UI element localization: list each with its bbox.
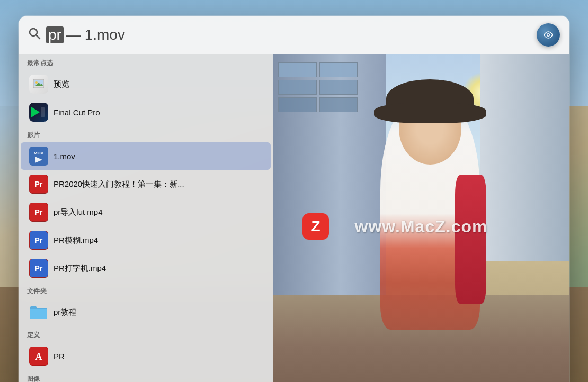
pr-blur-svg: Pr — [30, 231, 48, 249]
search-svg — [28, 27, 41, 40]
pr2020-icon: Pr — [29, 175, 48, 194]
photo-building-right — [480, 54, 569, 261]
results-panel: 最常点选 预览 Final Cut Pro — [19, 54, 273, 382]
search-highlight: pr — [46, 26, 64, 43]
photo-windows — [273, 54, 363, 120]
result-pr2020-label: PR2020快速入门教程！第一集：新... — [54, 179, 184, 189]
svg-text:Pr: Pr — [35, 264, 43, 272]
result-pr2020[interactable]: Pr PR2020快速入门教程！第一集：新... — [21, 170, 271, 198]
preview-panel: Z www.MacZ.com — [273, 54, 569, 382]
section-header-definitions: 定义 — [19, 326, 273, 342]
pr-lut-svg: Pr — [30, 203, 48, 221]
result-preview[interactable]: 预览 — [21, 70, 271, 98]
result-preview-label: 预览 — [54, 79, 69, 89]
section-header-movies: 影片 — [19, 126, 273, 142]
pr-lut-graphic: Pr — [29, 203, 48, 222]
svg-point-3 — [548, 34, 549, 36]
svg-text:Pr: Pr — [35, 236, 43, 244]
preview-app-icon — [29, 75, 48, 94]
spotlight-main-content: 最常点选 预览 Final Cut Pro — [19, 54, 569, 382]
result-1mov[interactable]: MOV 1.mov — [21, 142, 271, 170]
preview-svg-icon — [32, 78, 45, 90]
search-bar: pr — 1.mov — [19, 16, 569, 54]
spotlight-window: pr — 1.mov 最常点选 — [19, 16, 569, 382]
svg-text:Pr: Pr — [35, 208, 43, 216]
finalcutpro-icon — [29, 103, 48, 122]
svg-text:Pr: Pr — [35, 180, 43, 188]
svg-point-6 — [35, 81, 38, 84]
result-pr-blur[interactable]: Pr PR模糊.mp4 — [21, 226, 271, 254]
dict-svg: A — [30, 347, 48, 365]
svg-text:MOV: MOV — [34, 151, 44, 156]
pr-blur-icon: Pr — [29, 231, 48, 250]
section-header-images: 图像 — [19, 370, 273, 382]
section-header-folders: 文件夹 — [19, 283, 273, 298]
result-pr-typing[interactable]: Pr PR打字机.mp4 — [21, 254, 271, 282]
result-pr-tutorial[interactable]: pr教程 — [21, 298, 271, 326]
svg-rect-8 — [30, 147, 48, 165]
dict-icon: A — [29, 347, 48, 366]
watermark-z-badge: Z — [302, 213, 329, 240]
svg-text:A: A — [35, 351, 42, 362]
search-icon — [28, 27, 41, 43]
pr-lut-icon: Pr — [29, 203, 48, 222]
mov-icon: MOV — [29, 147, 48, 166]
quicklook-icon — [542, 29, 554, 41]
mov-file-graphic: MOV — [29, 147, 48, 166]
section-header-most-used: 最常点选 — [19, 54, 273, 70]
pr2020-graphic: Pr — [29, 175, 48, 194]
result-1mov-label: 1.mov — [54, 152, 75, 161]
pr-typing-svg: Pr — [30, 259, 48, 277]
result-pr-typing-label: PR打字机.mp4 — [54, 263, 106, 274]
pr-blur-graphic: Pr — [29, 231, 48, 250]
fcp-icon-graphic — [29, 103, 48, 122]
folder-svg — [29, 304, 48, 320]
result-finalcutpro[interactable]: Final Cut Pro — [21, 98, 271, 126]
mov-svg: MOV — [30, 147, 48, 165]
result-pr-blur-label: PR模糊.mp4 — [54, 235, 98, 245]
pr-typing-graphic: Pr — [29, 259, 48, 278]
pr2020-svg: Pr — [30, 175, 48, 193]
search-query-display[interactable]: pr — 1.mov — [46, 26, 537, 43]
result-pr-def-label: PR — [54, 352, 65, 361]
result-pr-lut[interactable]: Pr pr导入lut mp4 — [21, 198, 271, 226]
folder-icon — [29, 303, 48, 322]
svg-line-1 — [37, 35, 40, 39]
result-pr-def[interactable]: A PR — [21, 342, 271, 370]
result-pr-tutorial-label: pr教程 — [54, 307, 76, 317]
search-query-rest: — 1.mov — [66, 26, 125, 43]
result-finalcutpro-label: Final Cut Pro — [54, 108, 100, 117]
quicklook-button[interactable] — [537, 23, 560, 47]
result-pr-lut-label: pr导入lut mp4 — [54, 207, 103, 217]
pr-typing-icon: Pr — [29, 259, 48, 278]
preview-photo: Z www.MacZ.com — [273, 54, 569, 382]
photo-person — [368, 72, 492, 330]
